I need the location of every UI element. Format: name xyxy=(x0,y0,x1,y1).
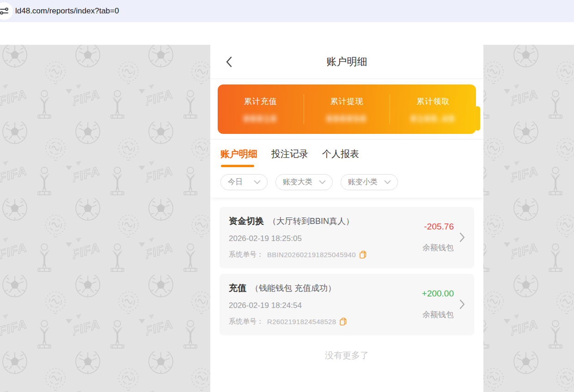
summary-label: 累计提现 xyxy=(330,96,364,107)
filter-date-dropdown[interactable]: 今日 xyxy=(220,174,268,190)
summary-col-deposit: 累计充值 88818 xyxy=(218,94,304,124)
wallet-label: 余额钱包 xyxy=(422,309,454,320)
chevron-left-icon xyxy=(226,56,232,67)
browser-url-bar[interactable]: ld48.com/reports/index?tab=0 xyxy=(0,0,574,22)
transaction-title: 资金切换 xyxy=(229,215,264,227)
tab-personal-report[interactable]: 个人报表 xyxy=(322,148,359,160)
filter-label: 账变大类 xyxy=(283,177,312,187)
order-label: 系统单号： xyxy=(229,317,263,326)
copy-icon[interactable] xyxy=(340,318,347,326)
transaction-list: 资金切换 （大厅转到BBIN真人） 2026-02-19 18:25:05 系统… xyxy=(210,198,483,362)
transaction-title: 充值 xyxy=(229,282,246,294)
summary-value-masked: 8188.48 xyxy=(411,113,456,124)
transaction-info: 资金切换 （大厅转到BBIN真人） 2026-02-19 18:25:05 系统… xyxy=(229,215,422,259)
filter-category-minor-dropdown[interactable]: 账变小类 xyxy=(341,174,398,190)
account-detail-panel: 账户明细 累计充值 88818 累计提现 888858 累计领取 8188.48 xyxy=(210,45,483,392)
chevron-right-icon[interactable] xyxy=(459,232,465,242)
tabs-row: 账户明细 投注记录 个人报表 xyxy=(220,148,473,160)
active-tab-underline xyxy=(221,165,254,167)
summary-value-masked: 888858 xyxy=(326,113,367,124)
transaction-right: -205.76 余额钱包 xyxy=(422,215,465,259)
transaction-right: +200.00 余额钱包 xyxy=(422,282,465,326)
order-label: 系统单号： xyxy=(229,250,263,259)
chevron-down-icon xyxy=(384,180,391,184)
back-button[interactable] xyxy=(221,54,236,69)
copy-icon[interactable] xyxy=(360,251,366,259)
transaction-amount: -205.76 xyxy=(424,222,454,232)
summary-label: 累计充值 xyxy=(244,96,277,107)
transaction-note: （大厅转到BBIN真人） xyxy=(268,216,354,227)
wallet-label: 余额钱包 xyxy=(422,242,454,253)
chevron-down-icon xyxy=(254,180,261,184)
transaction-row[interactable]: 资金切换 （大厅转到BBIN真人） 2026-02-19 18:25:05 系统… xyxy=(220,207,474,268)
summary-card[interactable]: 累计充值 88818 累计提现 888858 累计领取 8188.48 xyxy=(218,84,476,134)
transaction-info: 充值 （钱能钱包 充值成功） 2026-02-19 18:24:54 系统单号：… xyxy=(229,282,422,326)
transaction-datetime: 2026-02-19 18:24:54 xyxy=(229,301,422,310)
chevron-right-icon[interactable] xyxy=(459,299,465,309)
summary-label: 累计领取 xyxy=(416,96,450,107)
summary-section: 累计充值 88818 累计提现 888858 累计领取 8188.48 xyxy=(210,79,483,139)
tabs-section: 账户明细 投注记录 个人报表 今日 账变大类 账变小类 xyxy=(210,139,483,198)
no-more-text: 没有更多了 xyxy=(220,350,474,362)
transaction-note: （钱能钱包 充值成功） xyxy=(250,283,336,294)
tab-bet-records[interactable]: 投注记录 xyxy=(271,148,308,160)
transaction-row[interactable]: 充值 （钱能钱包 充值成功） 2026-02-19 18:24:54 系统单号：… xyxy=(220,274,474,335)
tune-icon[interactable] xyxy=(0,2,13,20)
transaction-amount: +200.00 xyxy=(422,289,454,299)
url-text[interactable]: ld48.com/reports/index?tab=0 xyxy=(15,0,119,22)
top-white-band xyxy=(0,22,574,45)
chevron-down-icon xyxy=(319,180,326,184)
summary-col-claim: 累计领取 8188.48 xyxy=(390,94,476,124)
tab-account-detail[interactable]: 账户明细 xyxy=(220,148,257,160)
summary-value-masked: 88818 xyxy=(244,113,277,124)
filters-row: 今日 账变大类 账变小类 xyxy=(220,174,473,190)
transaction-datetime: 2026-02-19 18:25:05 xyxy=(229,234,422,243)
summary-col-withdraw: 累计提现 888858 xyxy=(304,94,390,124)
filter-category-major-dropdown[interactable]: 账变大类 xyxy=(275,174,333,190)
panel-header: 账户明细 xyxy=(210,45,483,79)
order-number: BBIN202602191825045940 xyxy=(267,251,356,259)
page-title: 账户明细 xyxy=(327,55,367,69)
filter-label: 账变小类 xyxy=(348,177,378,187)
order-number: R2602191824548528 xyxy=(267,318,336,326)
filter-label: 今日 xyxy=(228,177,243,187)
